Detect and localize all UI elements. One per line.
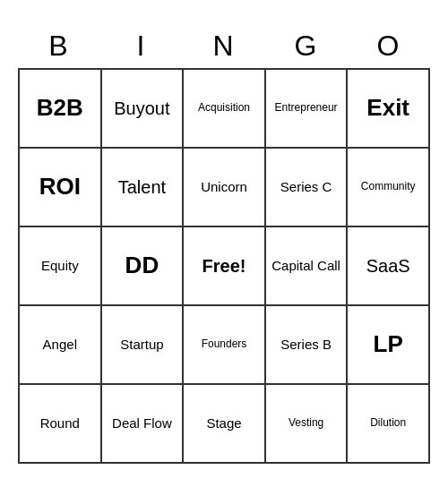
cell-text: Unicorn <box>201 179 247 195</box>
cell-text: ROI <box>39 173 81 201</box>
cell-text: Acquisition <box>198 101 250 114</box>
cell-text: Deal Flow <box>112 415 172 431</box>
bingo-cell: Exit <box>348 70 430 149</box>
cell-text: Equity <box>41 258 79 274</box>
header-letter: I <box>100 24 183 68</box>
cell-text: Founders <box>202 337 247 350</box>
header-letter: O <box>348 24 430 68</box>
cell-text: Startup <box>120 337 163 353</box>
bingo-cell: LP <box>348 306 430 385</box>
bingo-cell: Founders <box>184 306 266 385</box>
bingo-cell: Stage <box>184 385 266 464</box>
bingo-grid: B2BBuyoutAcquisitionEntrepreneurExitROIT… <box>18 68 430 464</box>
bingo-cell: Series B <box>266 306 349 385</box>
cell-text: Series C <box>280 179 332 195</box>
cell-text: Buyout <box>114 98 169 119</box>
header-letter: G <box>265 24 348 68</box>
bingo-cell: ROI <box>20 149 102 227</box>
cell-text: Stage <box>206 415 241 431</box>
bingo-cell: Capital Call <box>266 227 349 306</box>
cell-text: LP <box>374 330 403 358</box>
cell-text: Talent <box>118 176 166 198</box>
header-letter: B <box>18 24 100 68</box>
cell-text: DD <box>125 252 159 279</box>
bingo-cell: Talent <box>102 149 185 227</box>
bingo-cell: Entrepreneur <box>266 70 349 149</box>
bingo-cell: Deal Flow <box>102 385 185 464</box>
bingo-cell: Unicorn <box>184 149 266 227</box>
cell-text: Angel <box>43 337 77 353</box>
bingo-header: BINGO <box>18 24 430 68</box>
cell-text: Free! <box>202 255 246 277</box>
bingo-cell: Startup <box>102 306 185 385</box>
header-letter: N <box>183 24 265 68</box>
bingo-cell: B2B <box>20 70 102 149</box>
cell-text: Round <box>40 415 80 431</box>
cell-text: B2B <box>37 94 83 122</box>
bingo-cell: SaaS <box>348 227 430 306</box>
bingo-cell: Buyout <box>102 70 185 149</box>
cell-text: Exit <box>366 94 409 122</box>
bingo-cell: Dilution <box>348 385 430 464</box>
bingo-cell: Angel <box>20 306 102 385</box>
bingo-cell: Series C <box>266 149 349 227</box>
cell-text: Dilution <box>370 416 406 429</box>
cell-text: Vesting <box>289 416 323 429</box>
cell-text: Community <box>361 180 416 192</box>
bingo-cell: Free! <box>184 227 266 306</box>
cell-text: SaaS <box>366 255 410 277</box>
bingo-cell: Acquisition <box>184 70 266 149</box>
bingo-cell: DD <box>102 227 185 306</box>
bingo-cell: Round <box>20 385 102 464</box>
bingo-cell: Equity <box>20 227 102 306</box>
bingo-card: BINGO B2BBuyoutAcquisitionEntrepreneurEx… <box>18 24 430 464</box>
bingo-cell: Community <box>348 149 430 227</box>
cell-text: Capital Call <box>271 258 340 274</box>
bingo-cell: Vesting <box>266 385 349 464</box>
cell-text: Series B <box>280 337 332 353</box>
cell-text: Entrepreneur <box>275 101 338 114</box>
